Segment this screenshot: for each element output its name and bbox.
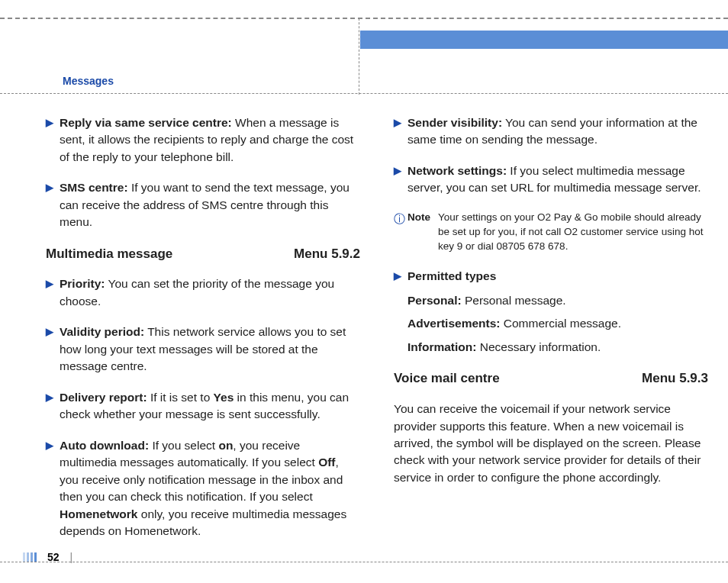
list-item: ▶ Network settings: If you select multim… <box>394 163 708 197</box>
heading-menu-ref: Menu 5.9.3 <box>642 369 708 388</box>
list-item: ▶ Auto download: If you select on, you r… <box>46 437 360 540</box>
bullet-arrow-icon: ▶ <box>46 275 60 310</box>
sub-item: Information: Necessary information. <box>407 339 708 356</box>
right-column: ▶ Sender visibility: You can send your i… <box>394 114 708 554</box>
note-text: Your settings on your O2 Pay & Go mobile… <box>438 211 708 254</box>
sub-item: Advertisements: Commercial message. <box>407 315 708 332</box>
footer-dashed-rule <box>0 562 728 562</box>
bullet-arrow-icon: ▶ <box>394 268 407 285</box>
bullet-arrow-icon: ▶ <box>46 179 60 230</box>
left-column: ▶ Reply via same service centre: When a … <box>46 114 360 554</box>
header-blue-bar <box>360 31 728 49</box>
sub-item: Personal: Personal message. <box>407 292 708 309</box>
note-block: ⓘ Note Your settings on your O2 Pay & Go… <box>394 211 708 254</box>
list-item: ▶ Priority: You can set the priority of … <box>46 275 360 310</box>
info-icon: ⓘ <box>394 211 407 254</box>
heading-title: Voice mail centre <box>394 369 500 388</box>
section-label: Messages <box>63 75 114 87</box>
vertical-dashed-rule <box>359 18 359 95</box>
section-heading: Voice mail centre Menu 5.9.3 <box>394 369 708 388</box>
list-item: ▶ Validity period: This network service … <box>46 324 360 375</box>
list-item: ▶ Permitted types <box>394 268 708 285</box>
bullet-arrow-icon: ▶ <box>394 163 407 197</box>
list-item: ▶ Sender visibility: You can send your i… <box>394 114 708 149</box>
page-content: ▶ Reply via same service centre: When a … <box>46 114 710 554</box>
note-label: Note <box>407 211 438 254</box>
bullet-arrow-icon: ▶ <box>46 114 60 166</box>
heading-title: Multimedia message <box>46 245 172 264</box>
header-dashed-rule <box>0 93 728 94</box>
bullet-arrow-icon: ▶ <box>46 324 60 375</box>
list-item: ▶ SMS centre: If you want to send the te… <box>46 179 360 230</box>
heading-menu-ref: Menu 5.9.2 <box>294 245 360 264</box>
list-item: ▶ Delivery report: If it is set to Yes i… <box>46 389 360 424</box>
bullet-arrow-icon: ▶ <box>46 437 60 540</box>
list-item: ▶ Reply via same service centre: When a … <box>46 114 360 166</box>
bullet-arrow-icon: ▶ <box>394 114 407 149</box>
page-mark-bars-icon <box>23 552 37 562</box>
paragraph: You can receive the voicemail if your ne… <box>394 401 708 486</box>
bullet-arrow-icon: ▶ <box>46 389 60 424</box>
section-heading: Multimedia message Menu 5.9.2 <box>46 245 360 264</box>
top-dashed-rule <box>0 18 728 19</box>
